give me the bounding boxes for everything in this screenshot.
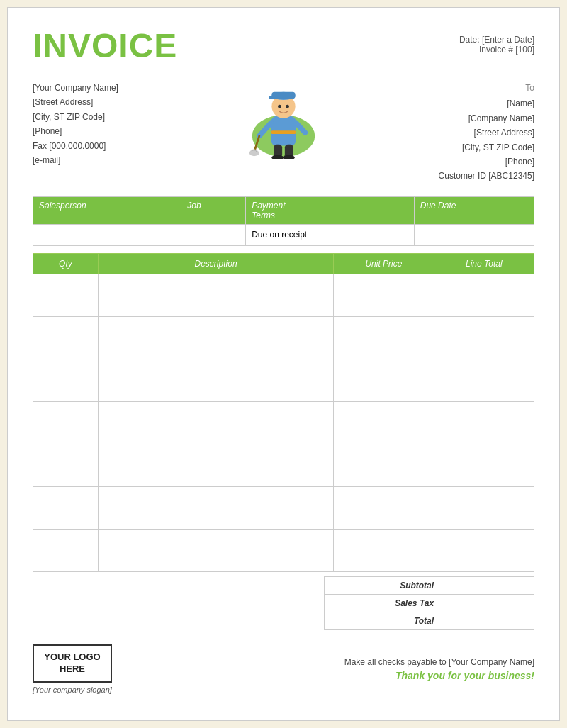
item-description-5 — [98, 486, 333, 529]
table-row — [33, 274, 534, 316]
total-row: Total — [324, 612, 534, 629]
invoice-page: INVOICE Date: [Enter a Date] Invoice # [… — [7, 7, 560, 721]
recipient-info: To [Name] [Company Name] [Street Address… — [439, 81, 534, 184]
date-line: Date: [Enter a Date] — [459, 35, 534, 45]
item-line_total-1 — [434, 316, 534, 359]
footer-section: YOUR LOGO HERE [Your company slogan] Mak… — [33, 644, 534, 694]
table-row — [33, 444, 534, 486]
svg-point-7 — [286, 105, 289, 108]
sender-email: [e-mail] — [33, 153, 118, 167]
info-section: [Your Company Name] [Street Address] [Ci… — [33, 81, 534, 184]
item-unit_price-5 — [334, 486, 434, 529]
items-body — [33, 274, 534, 571]
item-unit_price-2 — [334, 359, 434, 401]
subtotal-label: Subtotal — [324, 576, 439, 594]
header-right: Date: [Enter a Date] Invoice # [100] — [459, 29, 534, 55]
logo-box: YOUR LOGO HERE — [33, 644, 112, 683]
svg-rect-15 — [271, 130, 296, 134]
col-linetotal-header: Line Total — [434, 253, 534, 274]
sender-street: [Street Address] — [33, 95, 118, 109]
item-unit_price-4 — [334, 444, 434, 486]
item-qty-0 — [33, 274, 99, 316]
items-header-row: Qty Description Unit Price Line Total — [33, 253, 534, 274]
item-description-4 — [98, 444, 333, 486]
totals-section: Subtotal Sales Tax Total — [33, 576, 534, 630]
invoice-label: Invoice # — [479, 45, 513, 55]
to-label: To — [439, 81, 534, 95]
item-line_total-3 — [434, 401, 534, 444]
item-description-6 — [98, 529, 333, 571]
terms-job — [181, 224, 246, 245]
item-line_total-4 — [434, 444, 534, 486]
tax-value — [439, 594, 534, 612]
item-qty-2 — [33, 359, 99, 401]
table-row — [33, 359, 534, 401]
item-unit_price-1 — [334, 316, 434, 359]
payable-line: Make all checks payable to [Your Company… — [344, 657, 534, 667]
company-slogan: [Your company slogan] — [33, 685, 112, 694]
tax-label: Sales Tax — [324, 594, 439, 612]
header-section: INVOICE Date: [Enter a Date] Invoice # [… — [33, 29, 534, 63]
sender-city: [City, ST ZIP Code] — [33, 110, 118, 124]
col-payment-terms: PaymentTerms — [246, 196, 415, 224]
date-value: [Enter a Date] — [482, 35, 534, 45]
col-due-date: Due Date — [414, 196, 534, 224]
recipient-name: [Name] — [439, 96, 534, 111]
item-qty-4 — [33, 444, 99, 486]
item-line_total-2 — [434, 359, 534, 401]
item-unit_price-0 — [334, 274, 434, 316]
subtotal-row: Subtotal — [324, 576, 534, 594]
recipient-phone: [Phone] — [439, 155, 534, 169]
sender-fax: Fax [000.000.0000] — [33, 139, 118, 153]
item-unit_price-6 — [334, 529, 434, 571]
terms-payment: Due on receipt — [246, 224, 415, 245]
table-row — [33, 529, 534, 571]
col-salesperson: Salesperson — [33, 196, 181, 224]
invoice-number: [100] — [515, 45, 534, 55]
recipient-street: [Street Address] — [439, 125, 534, 140]
cleaner-illustration — [245, 74, 322, 152]
item-qty-5 — [33, 486, 99, 529]
item-unit_price-3 — [334, 401, 434, 444]
item-description-2 — [98, 359, 333, 401]
invoice-number-line: Invoice # [100] — [459, 45, 534, 55]
sender-company: [Your Company Name] — [33, 81, 118, 95]
item-qty-1 — [33, 316, 99, 359]
terms-salesperson — [33, 224, 181, 245]
total-label: Total — [324, 612, 439, 629]
logo-line1: YOUR LOGO — [44, 651, 100, 662]
svg-rect-5 — [269, 96, 274, 99]
terms-table: Salesperson Job PaymentTerms Due Date Du… — [33, 196, 534, 246]
svg-rect-4 — [271, 92, 295, 99]
sender-phone: [Phone] — [33, 124, 118, 138]
svg-point-6 — [278, 105, 281, 108]
item-qty-3 — [33, 401, 99, 444]
totals-table: Subtotal Sales Tax Total — [324, 576, 534, 630]
sender-info: [Your Company Name] [Street Address] [Ci… — [33, 81, 118, 184]
footer-right: Make all checks payable to [Your Company… — [344, 657, 534, 681]
table-row — [33, 316, 534, 359]
item-description-0 — [98, 274, 333, 316]
tax-row: Sales Tax — [324, 594, 534, 612]
item-qty-6 — [33, 529, 99, 571]
date-label: Date: — [459, 35, 480, 45]
thank-you-message: Thank you for your business! — [344, 670, 534, 681]
invoice-title: INVOICE — [33, 29, 177, 63]
terms-header-row: Salesperson Job PaymentTerms Due Date — [33, 196, 534, 224]
recipient-city: [City, ST ZIP Code] — [439, 140, 534, 155]
item-line_total-5 — [434, 486, 534, 529]
recipient-company: [Company Name] — [439, 111, 534, 125]
item-description-1 — [98, 316, 333, 359]
item-description-3 — [98, 401, 333, 444]
terms-data-row: Due on receipt — [33, 224, 534, 245]
table-row — [33, 401, 534, 444]
logo-line2: HERE — [60, 663, 85, 674]
col-price-header: Unit Price — [334, 253, 434, 274]
table-row — [33, 486, 534, 529]
terms-due-date — [414, 224, 534, 245]
footer-left: YOUR LOGO HERE [Your company slogan] — [33, 644, 112, 694]
item-line_total-0 — [434, 274, 534, 316]
subtotal-value — [439, 576, 534, 594]
items-table: Qty Description Unit Price Line Total — [33, 253, 534, 572]
total-value — [439, 612, 534, 629]
